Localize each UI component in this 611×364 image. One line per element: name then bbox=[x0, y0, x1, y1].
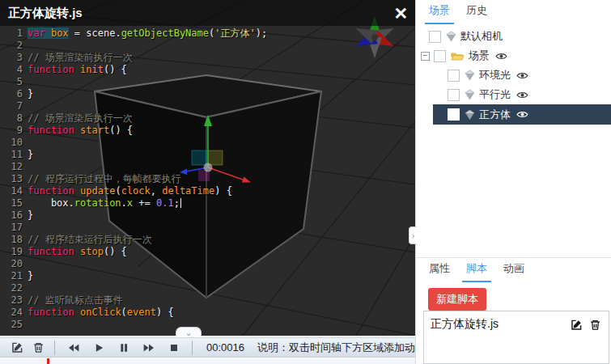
visibility-checkbox[interactable] bbox=[429, 31, 441, 43]
collapse-expander-icon[interactable]: − bbox=[421, 52, 430, 61]
code-line[interactable]: 5 bbox=[0, 76, 267, 88]
tab-history[interactable]: 历史 bbox=[465, 0, 489, 24]
line-number: 25 bbox=[0, 319, 28, 331]
code-line[interactable]: 20 bbox=[0, 258, 267, 270]
close-icon[interactable]: ✕ bbox=[393, 5, 408, 22]
visibility-checkbox[interactable] bbox=[448, 70, 460, 82]
pause-button[interactable] bbox=[111, 339, 136, 357]
code-line-content: var box = scene.getObjectByName('正方体'); bbox=[28, 28, 267, 40]
edit-script-button[interactable] bbox=[569, 317, 583, 332]
rewind-button[interactable] bbox=[61, 339, 86, 357]
code-token: update bbox=[80, 185, 115, 197]
3d-viewport[interactable]: 正方体旋转.js ✕ 1var box = scene.getObjectByN… bbox=[0, 0, 415, 336]
code-line[interactable]: 14function update(clock, deltaTime) { bbox=[0, 185, 267, 197]
code-line[interactable]: 15 box.rotation.x += 0.1; bbox=[0, 197, 267, 210]
code-token: ) { bbox=[214, 185, 232, 197]
code-line[interactable]: 12 bbox=[0, 161, 267, 173]
code-line[interactable]: 1var box = scene.getObjectByName('正方体'); bbox=[0, 28, 267, 40]
tree-item-default-camera[interactable]: 默认相机 bbox=[416, 27, 611, 46]
code-line-content: function onClick(event) { bbox=[28, 307, 174, 319]
tree-item-scene[interactable]: −场景 bbox=[416, 46, 611, 66]
code-token: stop bbox=[80, 246, 104, 257]
line-number: 23 bbox=[0, 294, 28, 307]
object-icon bbox=[446, 31, 456, 42]
code-token: // 程序运行过程中，每帧都要执行 bbox=[28, 173, 181, 184]
line-number: 9 bbox=[0, 125, 28, 137]
code-token bbox=[45, 28, 51, 39]
code-line[interactable]: 8// 场景渲染后执行一次 bbox=[0, 112, 267, 125]
code-line[interactable]: 24function onClick(event) { bbox=[0, 307, 267, 319]
folder-icon bbox=[451, 51, 465, 61]
edit-icon bbox=[570, 318, 583, 332]
rewind-icon bbox=[67, 341, 80, 354]
code-line[interactable]: 22 bbox=[0, 282, 267, 294]
code-line[interactable]: 19function stop() { bbox=[0, 246, 267, 258]
code-token: ) { bbox=[156, 307, 174, 318]
code-token: 0.1 bbox=[156, 197, 174, 209]
visibility-checkbox[interactable] bbox=[448, 89, 460, 101]
code-line[interactable]: 6} bbox=[0, 88, 267, 100]
tree-item-label: 默认相机 bbox=[460, 29, 503, 44]
visibility-checkbox[interactable] bbox=[448, 108, 460, 121]
code-line[interactable]: 21} bbox=[0, 270, 267, 282]
play-button[interactable] bbox=[86, 339, 111, 357]
code-line[interactable]: 9function start() { bbox=[0, 125, 267, 137]
code-line[interactable]: 4function init() { bbox=[0, 64, 267, 76]
code-token bbox=[74, 185, 80, 197]
edit-animation-button[interactable] bbox=[6, 339, 28, 357]
code-line[interactable]: 25 bbox=[0, 319, 267, 331]
eye-icon[interactable] bbox=[516, 110, 528, 119]
code-line[interactable]: 10 bbox=[0, 137, 267, 149]
tab-properties[interactable]: 属性 bbox=[427, 256, 452, 282]
code-line[interactable]: 17 bbox=[0, 222, 267, 234]
code-line-content: } bbox=[28, 149, 33, 161]
visibility-checkbox[interactable] bbox=[434, 50, 446, 62]
eye-icon[interactable] bbox=[516, 91, 528, 99]
line-number: 24 bbox=[0, 307, 28, 319]
code-line[interactable]: 16} bbox=[0, 210, 267, 222]
timeline-collapse-handle[interactable]: ⌄ bbox=[176, 327, 202, 336]
code-token bbox=[74, 64, 80, 75]
code-token bbox=[74, 125, 80, 136]
fast-forward-button[interactable] bbox=[136, 339, 161, 357]
code-line[interactable]: 18// 程序结束运行后执行一次 bbox=[0, 234, 267, 246]
tree-item-label: 环境光 bbox=[479, 68, 511, 83]
code-line-content: // 场景渲染前执行一次 bbox=[28, 52, 133, 64]
tab-script[interactable]: 脚本 bbox=[465, 256, 489, 282]
code-line[interactable]: 23// 监听鼠标点击事件 bbox=[0, 294, 267, 307]
code-editor[interactable]: 1var box = scene.getObjectByName('正方体');… bbox=[0, 28, 267, 331]
eye-icon[interactable] bbox=[516, 71, 528, 80]
code-token: var bbox=[28, 28, 45, 39]
code-token: function bbox=[28, 125, 74, 136]
tree-item-cube[interactable]: 正方体 bbox=[433, 104, 611, 125]
code-line[interactable]: 3// 场景渲染前执行一次 bbox=[0, 52, 267, 64]
line-number: 1 bbox=[0, 28, 28, 40]
delete-animation-button[interactable] bbox=[28, 339, 49, 357]
code-token: init bbox=[80, 64, 104, 75]
script-list-item[interactable]: 正方体旋转.js bbox=[424, 311, 609, 332]
stop-button[interactable] bbox=[161, 339, 186, 357]
tab-animation[interactable]: 动画 bbox=[502, 256, 526, 282]
new-script-button[interactable]: 新建脚本 bbox=[428, 288, 486, 311]
animation-bar: ⌄ 00:0016 说明：双击时间轴下方区域添加动画。 bbox=[0, 336, 415, 364]
eye-icon[interactable] bbox=[495, 52, 507, 61]
line-number: 8 bbox=[0, 112, 28, 125]
object-icon bbox=[465, 89, 475, 100]
code-line[interactable]: 7 bbox=[0, 100, 267, 112]
tab-scene[interactable]: 场景 bbox=[427, 0, 452, 24]
code-line[interactable]: 13// 程序运行过程中，每帧都要执行 bbox=[0, 173, 267, 185]
tree-item-directional-light[interactable]: 平行光 bbox=[416, 85, 611, 104]
timeline-playhead[interactable] bbox=[47, 358, 49, 364]
code-line[interactable]: 2 bbox=[0, 40, 267, 52]
detail-tab-bar: 属性脚本动画 bbox=[416, 258, 611, 282]
fast-forward-icon bbox=[142, 341, 155, 354]
tree-item-ambient-light[interactable]: 环境光 bbox=[416, 66, 611, 85]
line-number: 16 bbox=[0, 210, 28, 222]
panel-collapse-handle[interactable]: › bbox=[409, 226, 417, 244]
script-titlebar: 正方体旋转.js ✕ bbox=[0, 0, 415, 26]
line-number: 21 bbox=[0, 270, 28, 282]
code-line[interactable]: 11} bbox=[0, 149, 267, 161]
delete-script-button[interactable] bbox=[588, 317, 602, 332]
code-token: } bbox=[28, 270, 33, 281]
timeline-track[interactable] bbox=[0, 358, 415, 364]
